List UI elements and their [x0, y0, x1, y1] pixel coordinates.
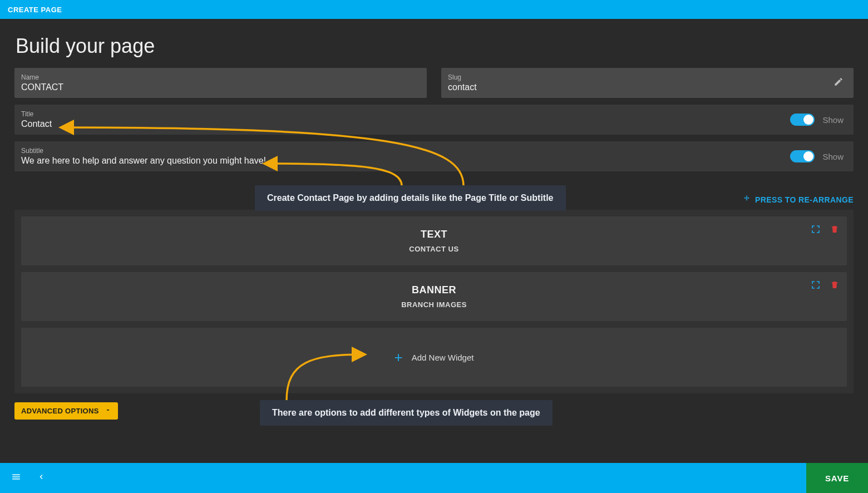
subtitle-label: Subtitle [21, 147, 790, 155]
chevron-down-icon [105, 407, 111, 415]
advanced-options-label: ADVANCED OPTIONS [21, 407, 99, 415]
widget-name-label: CONTACT US [30, 245, 838, 253]
slug-label: Slug [448, 73, 830, 81]
bottombar-left [0, 472, 45, 484]
subtitle-field[interactable]: Subtitle We are here to help and answer … [14, 141, 854, 171]
widget-name-label: BRANCH IMAGES [30, 300, 838, 309]
content-area: Name CONTACT Slug contact Title Contact … [0, 68, 868, 393]
save-button[interactable]: SAVE [806, 463, 868, 493]
name-slug-row: Name CONTACT Slug contact [14, 68, 854, 98]
rearrange-button[interactable]: PRESS TO RE-ARRANGE [743, 195, 854, 204]
widget-type-label: BANNER [30, 284, 838, 296]
rearrange-label: PRESS TO RE-ARRANGE [755, 195, 854, 204]
plus-icon: + [394, 350, 403, 364]
title-toggle-label: Show [822, 115, 844, 125]
save-label: SAVE [825, 474, 849, 483]
trash-icon[interactable] [830, 280, 839, 292]
widgets-container: TEXT CONTACT US BANNER BRANCH IMAGES + A… [14, 210, 854, 393]
slug-field[interactable]: Slug contact [441, 68, 854, 98]
trash-icon[interactable] [830, 224, 839, 236]
add-widget-button[interactable]: + Add New Widget [21, 328, 847, 387]
bottombar: SAVE [0, 463, 868, 493]
hamburger-icon[interactable] [10, 472, 22, 484]
move-icon [743, 195, 751, 204]
name-label: Name [21, 73, 420, 81]
name-value: CONTACT [21, 82, 420, 92]
subtitle-show-toggle[interactable] [790, 150, 815, 162]
advanced-options-button[interactable]: ADVANCED OPTIONS [14, 402, 118, 420]
widget-type-label: TEXT [30, 229, 838, 240]
widget-banner[interactable]: BANNER BRANCH IMAGES [21, 272, 847, 321]
widget-actions [811, 224, 839, 236]
back-icon[interactable] [38, 472, 45, 484]
name-field[interactable]: Name CONTACT [14, 68, 427, 98]
expand-icon[interactable] [811, 225, 820, 236]
pencil-icon[interactable] [830, 77, 847, 89]
annotation-top: Create Contact Page by adding details li… [255, 185, 566, 211]
add-widget-label: Add New Widget [412, 353, 474, 362]
widget-text[interactable]: TEXT CONTACT US [21, 216, 847, 265]
title-label: Title [21, 110, 790, 118]
topbar-title: CREATE PAGE [8, 6, 62, 14]
title-show-toggle[interactable] [790, 114, 815, 126]
subtitle-value: We are here to help and answer any quest… [21, 156, 790, 166]
title-field[interactable]: Title Contact Show [14, 105, 854, 135]
page-title: Build your page [0, 19, 868, 68]
annotation-bottom: There are options to add different types… [260, 400, 553, 426]
expand-icon[interactable] [811, 280, 820, 292]
widget-actions [811, 280, 839, 292]
title-value: Contact [21, 119, 790, 129]
slug-value: contact [448, 82, 830, 92]
subtitle-toggle-label: Show [822, 152, 844, 161]
topbar: CREATE PAGE [0, 0, 868, 19]
